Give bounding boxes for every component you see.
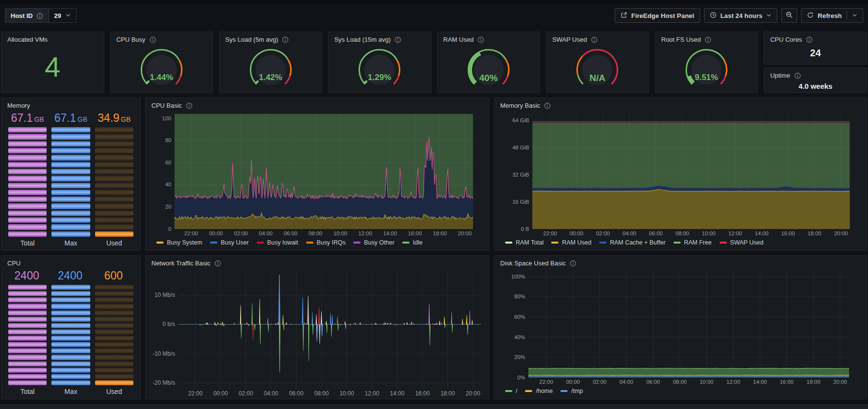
info-icon[interactable]: [36, 13, 43, 19]
panel-cpu-bars: CPU 2400 Total 2400 Max 600 Used: [1, 255, 141, 399]
svg-text:12:00: 12:00: [728, 230, 742, 236]
memory-basic-chart[interactable]: 22:0000:0002:0004:0006:0008:0010:0012:00…: [498, 111, 863, 238]
panel-title[interactable]: Sys Load (15m avg): [334, 36, 391, 43]
bar-segment: [51, 342, 90, 347]
svg-text:18:00: 18:00: [806, 379, 820, 385]
legend-item[interactable]: Busy Other: [353, 239, 394, 246]
bar-segment: [95, 183, 133, 188]
cpu-busy-gauge: 1.44%: [133, 45, 190, 93]
bar-segment: [95, 231, 133, 237]
legend-item[interactable]: /tmp: [560, 388, 583, 394]
svg-text:08:00: 08:00: [673, 379, 687, 385]
gauge-value: 1.42%: [242, 73, 299, 82]
bar-segment: [51, 297, 90, 302]
cpu-basic-chart[interactable]: 22:0000:0002:0004:0006:0008:0010:0012:00…: [149, 111, 485, 238]
legend-item[interactable]: Busy System: [156, 239, 202, 246]
info-icon[interactable]: [704, 36, 711, 43]
bottom-row: CPU 2400 Total 2400 Max 600 Used Network…: [1, 255, 867, 399]
panel-title[interactable]: CPU Busy: [116, 36, 146, 43]
legend-swatch: [257, 242, 264, 244]
legend-item[interactable]: RAM Total: [505, 239, 543, 246]
info-icon[interactable]: [477, 36, 484, 43]
legend-item[interactable]: RAM Used: [551, 239, 591, 246]
legend-item[interactable]: RAM Cache + Buffer: [599, 239, 666, 246]
bar-segment: [51, 348, 90, 353]
info-icon[interactable]: [186, 102, 193, 109]
bar-segment: [95, 203, 133, 209]
bar-segment: [51, 155, 90, 160]
svg-text:22:00: 22:00: [540, 379, 553, 385]
bar-segment: [8, 336, 47, 341]
bar-value-number: 67.1: [11, 112, 33, 124]
bar-segment: [51, 311, 90, 315]
bar-segment: [51, 148, 90, 153]
legend-item[interactable]: SWAP Used: [720, 239, 764, 246]
info-icon[interactable]: [394, 36, 401, 43]
fireedge-host-panel-button[interactable]: FireEdge Host Panel: [615, 8, 700, 23]
panel-title[interactable]: Root FS Used: [661, 36, 701, 43]
bar-segment: [51, 329, 90, 334]
info-icon[interactable]: [794, 72, 801, 79]
time-range-picker[interactable]: Last 24 hours: [704, 8, 778, 23]
info-icon[interactable]: [591, 36, 598, 43]
svg-text:0: 0: [168, 226, 171, 232]
external-link-icon: [621, 12, 627, 20]
panel-title[interactable]: Sys Load (5m avg): [225, 36, 278, 43]
panel-title[interactable]: Network Traffic Basic: [151, 260, 211, 267]
panel-title[interactable]: Memory: [7, 102, 30, 109]
info-icon[interactable]: [149, 36, 156, 43]
bottom-scrollbar-strip[interactable]: [0, 404, 868, 409]
panel-title[interactable]: CPU Basic: [151, 102, 182, 109]
panel-title[interactable]: RAM Used: [443, 36, 474, 43]
legend-swatch: [402, 242, 409, 244]
bar-segment: [8, 176, 47, 181]
legend-item[interactable]: Busy IRQs: [306, 239, 346, 246]
legend-item[interactable]: Busy Iowait: [257, 239, 298, 246]
bar-segment: [8, 317, 47, 322]
legend-item[interactable]: /home: [525, 388, 553, 394]
svg-text:20%: 20%: [514, 354, 525, 360]
chevron-down-icon[interactable]: [852, 12, 857, 19]
panel-network-traffic-basic: Network Traffic Basic 22:0000:0002:0004:…: [145, 255, 490, 399]
bar-segment: [51, 380, 90, 385]
gauge-value: 1.29%: [351, 73, 408, 82]
panel-title[interactable]: Uptime: [770, 72, 790, 79]
info-icon[interactable]: [544, 102, 551, 109]
disk-space-chart[interactable]: 22:0000:0002:0004:0006:0008:0010:0012:00…: [498, 268, 863, 386]
svg-text:40%: 40%: [514, 334, 525, 340]
svg-text:80%: 80%: [514, 294, 525, 299]
zoom-out-icon: [786, 11, 793, 20]
legend-item[interactable]: Idle: [402, 239, 423, 246]
bar-segment: [51, 231, 90, 237]
panel-title[interactable]: Memory Basic: [500, 102, 540, 109]
bar-segment: [51, 374, 90, 379]
legend-swatch: [720, 242, 727, 244]
svg-text:40: 40: [165, 181, 171, 187]
bar-label: Total: [8, 237, 47, 247]
host-id-dropdown[interactable]: 29: [49, 8, 77, 23]
refresh-button[interactable]: Refresh: [801, 8, 863, 23]
swap-used-gauge: N/A: [569, 45, 626, 93]
panel-title[interactable]: Disk Space Used Basic: [500, 260, 566, 267]
svg-text:00:00: 00:00: [213, 390, 228, 397]
legend-item[interactable]: Busy User: [210, 239, 249, 246]
legend-item[interactable]: /: [505, 388, 517, 394]
svg-text:22:00: 22:00: [184, 230, 198, 236]
panel-title[interactable]: CPU: [7, 260, 20, 267]
bar-gauge-max: 2400 Max: [51, 269, 90, 396]
info-icon[interactable]: [282, 36, 289, 43]
network-traffic-chart[interactable]: 22:0000:0002:0004:0006:0008:0010:0012:00…: [149, 268, 485, 398]
info-icon[interactable]: [214, 260, 221, 267]
info-icon[interactable]: [570, 260, 576, 267]
bar-segment: [51, 285, 90, 290]
panel-title[interactable]: SWAP Used: [552, 36, 587, 43]
panel-root-fs-used: Root FS Used 9.51%: [655, 32, 758, 93]
zoom-out-time-button[interactable]: [781, 8, 797, 23]
bar-segment: [95, 196, 133, 202]
panel-uptime: Uptime 4.0 weeks: [764, 67, 867, 93]
toolbar-left: Host ID 29: [5, 8, 77, 23]
bar-label: Used: [95, 237, 133, 247]
bar-value-number: 34.9: [98, 112, 119, 124]
legend-item[interactable]: RAM Free: [673, 239, 712, 246]
svg-text:16 GiB: 16 GiB: [512, 199, 529, 205]
